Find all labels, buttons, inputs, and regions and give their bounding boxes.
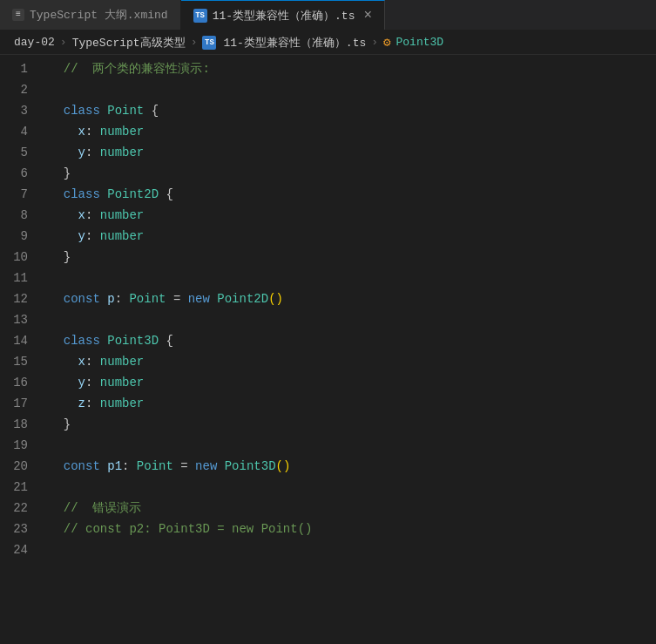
ln-17: 17: [0, 393, 28, 414]
code-line-2: [49, 79, 656, 100]
breadcrumb-typescript: TypeScript高级类型: [72, 35, 186, 51]
ln-14: 14: [0, 330, 28, 351]
breadcrumb-class-icon: ⚙: [383, 35, 390, 50]
ln-10: 10: [0, 247, 28, 268]
code-line-5: y: number: [49, 142, 656, 163]
code-line-11: [49, 268, 656, 288]
ln-3: 3: [0, 100, 28, 121]
ln-5: 5: [0, 142, 28, 163]
code-line-6: }: [49, 163, 656, 184]
code-line-21: [49, 477, 656, 498]
ln-11: 11: [0, 268, 28, 288]
ln-22: 22: [0, 498, 28, 519]
code-line-12: const p: Point = new Point2D(): [49, 288, 656, 309]
code-line-8: x: number: [49, 205, 656, 226]
ln-4: 4: [0, 121, 28, 142]
code-line-1: // 两个类的兼容性演示:: [49, 58, 656, 79]
ln-13: 13: [0, 309, 28, 330]
line-numbers: 1 2 3 4 5 6 7 8 9 10 11 12 13 14 15 16 1…: [0, 55, 42, 644]
ln-1: 1: [0, 58, 28, 79]
code-line-4: x: number: [49, 121, 656, 142]
tab-xmind[interactable]: ≡ TypeScript 大纲.xmind: [0, 0, 181, 30]
breadcrumb-file: 11-类型兼容性（准确）.ts: [223, 35, 366, 51]
breadcrumb: day-02 › TypeScript高级类型 › TS 11-类型兼容性（准确…: [0, 31, 656, 55]
tab-ts-label: 11-类型兼容性（准确）.ts: [213, 8, 355, 24]
ln-8: 8: [0, 205, 28, 226]
code-line-10: }: [49, 247, 656, 268]
ln-19: 19: [0, 435, 28, 456]
code-line-7: class Point2D {: [49, 184, 656, 205]
tab-ts[interactable]: TS 11-类型兼容性（准确）.ts ×: [181, 0, 385, 30]
ln-16: 16: [0, 372, 28, 393]
code-line-16: y: number: [49, 372, 656, 393]
ln-21: 21: [0, 477, 28, 498]
tab-xmind-label: TypeScript 大纲.xmind: [30, 7, 168, 23]
ln-6: 6: [0, 163, 28, 184]
code-area: 1 2 3 4 5 6 7 8 9 10 11 12 13 14 15 16 1…: [0, 55, 656, 644]
ln-9: 9: [0, 226, 28, 247]
code-line-24: [49, 539, 656, 560]
ln-7: 7: [0, 184, 28, 205]
code-line-9: y: number: [49, 226, 656, 247]
breadcrumb-class-name: Point3D: [396, 36, 444, 49]
ts-icon: TS: [193, 9, 207, 23]
code-line-14: class Point3D {: [49, 330, 656, 351]
ln-24: 24: [0, 539, 28, 560]
ln-20: 20: [0, 456, 28, 477]
xmind-icon: ≡: [12, 9, 24, 21]
ln-15: 15: [0, 351, 28, 372]
ln-23: 23: [0, 519, 28, 539]
breadcrumb-ts-icon: TS: [202, 36, 216, 50]
code-line-19: [49, 435, 656, 456]
close-icon[interactable]: ×: [363, 9, 372, 23]
code-line-23: // const p2: Point3D = new Point(): [49, 519, 656, 539]
ln-18: 18: [0, 414, 28, 435]
code-line-3: class Point {: [49, 100, 656, 121]
tab-bar: ≡ TypeScript 大纲.xmind TS 11-类型兼容性（准确）.ts…: [0, 0, 656, 31]
ln-12: 12: [0, 288, 28, 309]
code-line-18: }: [49, 414, 656, 435]
breadcrumb-day: day-02: [14, 36, 55, 49]
code-content[interactable]: // 两个类的兼容性演示: class Point { x: number y:…: [42, 55, 656, 644]
ln-2: 2: [0, 79, 28, 100]
code-line-17: z: number: [49, 393, 656, 414]
code-line-15: x: number: [49, 351, 656, 372]
code-line-22: // 错误演示: [49, 498, 656, 519]
code-line-20: const p1: Point = new Point3D(): [49, 456, 656, 477]
code-line-13: [49, 309, 656, 330]
